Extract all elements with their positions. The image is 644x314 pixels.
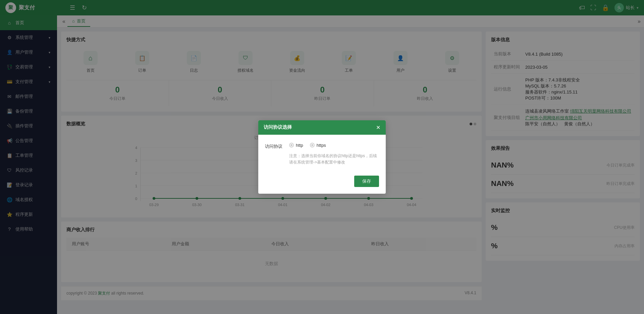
modal-footer: 保存 (258, 172, 386, 194)
modal-body: 访问协议 http https 注意： (258, 135, 386, 172)
modal-overlay[interactable]: 访问协议选择 ✕ 访问协议 http ht (0, 0, 644, 314)
modal-options: http https (289, 143, 326, 148)
protocol-label: 访问协议 (265, 143, 285, 149)
radio-https-circle (310, 143, 315, 147)
radio-https[interactable]: https (310, 143, 326, 148)
modal-protocol-row: 访问协议 http https (265, 143, 379, 149)
modal-note: 注意：选择当前你域名的协议http还是https，后续请在系统管理->基本配置中… (265, 153, 379, 166)
radio-http-circle (289, 143, 294, 147)
modal-header: 访问协议选择 ✕ (258, 120, 386, 135)
radio-http[interactable]: http (289, 143, 303, 148)
https-label: https (317, 143, 326, 148)
save-button[interactable]: 保存 (354, 176, 379, 187)
modal-title: 访问协议选择 (264, 124, 292, 130)
protocol-modal: 访问协议选择 ✕ 访问协议 http ht (258, 120, 386, 194)
http-label: http (296, 143, 303, 148)
modal-close-button[interactable]: ✕ (376, 124, 380, 131)
